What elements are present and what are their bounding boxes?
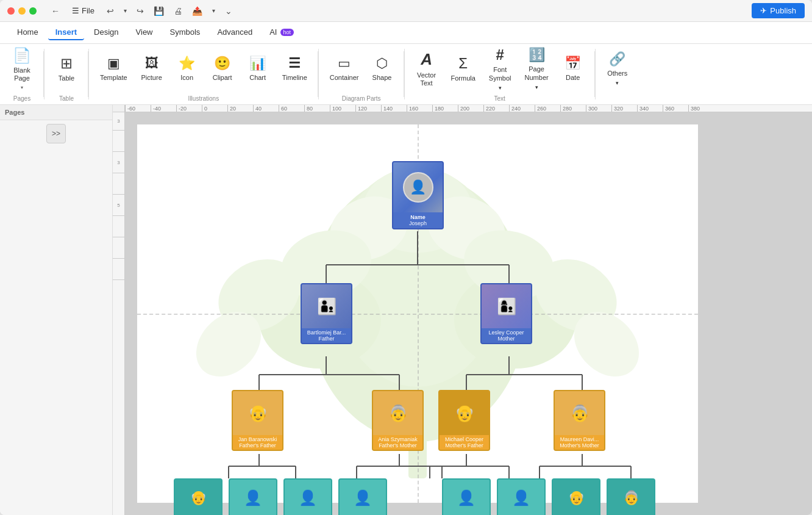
illustrations-section-label: Illustrations [89, 94, 318, 102]
ruler-tick: -60 [125, 105, 151, 112]
node-father[interactable]: 👨‍👦 Bartlomiej Bar... Father [301, 283, 352, 344]
ruler-tick: 140 [381, 105, 407, 112]
node-jozef[interactable]: 👴 Jozef Barano... Great Grandfa... [174, 478, 223, 515]
icon-label: Icon [180, 74, 193, 82]
undo-arrow-icon[interactable]: ▾ [121, 6, 129, 15]
template-button[interactable]: ▣ Template [94, 52, 134, 85]
node-joseph[interactable]: 👤 Name Joseph [392, 161, 444, 229]
panel-toggle-button[interactable]: >> [46, 124, 66, 143]
icon-button[interactable]: ⭐ Icon [170, 52, 204, 85]
ruler-tick: 40 [253, 105, 279, 112]
timeline-label: Timeline [282, 74, 307, 82]
export-arrow-icon[interactable]: ▾ [210, 6, 218, 15]
container-button[interactable]: ▭ Container [324, 52, 365, 85]
ruler-tick: -20 [176, 105, 202, 112]
save-icon[interactable]: 💾 [151, 5, 166, 17]
container-icon: ▭ [338, 56, 351, 71]
chart-label: Chart [249, 74, 266, 82]
picture-button[interactable]: 🖼 Picture [135, 52, 169, 85]
ruler-tick: 20 [227, 105, 253, 112]
ruler-tick: 200 [458, 105, 483, 112]
hamburger-icon: ☰ [72, 6, 79, 15]
toolbar-section-pages: 📄 BlankPage ▾ Pages [0, 44, 44, 104]
node-jan[interactable]: 👴 Jan Baranowski Father's Father [232, 390, 283, 451]
font-symbol-icon: # [496, 46, 504, 63]
node-elizabeth[interactable]: 👤 Elizabeth Coo... Mother's Pater... [497, 478, 546, 515]
ruler-tick: 360 [663, 105, 688, 112]
ruler-tick: 280 [560, 105, 586, 112]
back-icon[interactable]: ← [49, 5, 62, 17]
icon-icon: ⭐ [179, 56, 195, 71]
node-ania[interactable]: 👵 Ania Szymaniak Father's Mother [372, 390, 424, 451]
left-panel: Pages >> [0, 105, 113, 515]
menu-symbols[interactable]: Symbols [163, 25, 208, 40]
mother-name: Lesley Cooper [488, 330, 524, 336]
menu-ai[interactable]: AI hot [262, 25, 301, 40]
node-kaldep[interactable]: 👤 Kaldep Singh Mother's Pater... [442, 478, 491, 515]
shape-label: Shape [372, 74, 392, 82]
close-button[interactable] [7, 7, 15, 15]
blank-page-button[interactable]: 📄 BlankPage ▾ [5, 43, 39, 94]
page-number-button[interactable]: 🔢 PageNumber ▾ [519, 43, 555, 93]
node-michael[interactable]: 👴 Michael Cooper Mother's Father [438, 390, 490, 451]
formula-label: Formula [451, 74, 475, 82]
shape-button[interactable]: ⬡ Shape [365, 52, 399, 85]
others-button[interactable]: 🔗 Others ▾ [600, 48, 635, 90]
publish-button[interactable]: ✈ Publish [752, 3, 805, 18]
title-bar-actions: ✈ Publish [752, 3, 805, 18]
others-label: Others [607, 70, 627, 77]
vector-text-icon: A [421, 50, 432, 69]
node-eugenia[interactable]: 👤 Eugenia Adam... Father's Mater... [338, 478, 387, 515]
menu-view[interactable]: View [129, 25, 160, 40]
canvas-with-ruler: 3 3 5 [113, 112, 812, 515]
menu-design[interactable]: Design [87, 25, 126, 40]
file-menu-button[interactable]: ☰ File [67, 5, 99, 16]
template-label: Template [100, 74, 127, 82]
canvas-scroll[interactable]: 👤 Name Joseph [125, 112, 812, 515]
nav-controls: ← ☰ File ↩ ▾ ↪ 💾 🖨 📤 ▾ ⌄ [49, 5, 235, 17]
publish-icon: ✈ [760, 6, 767, 15]
node-maureen[interactable]: 👵 Maureen Davi... Mother's Mother [554, 390, 605, 451]
table-label: Table [59, 74, 74, 82]
father-name: Bartlomiej Bar... [307, 330, 346, 336]
print-icon[interactable]: 🖨 [171, 5, 185, 17]
node-regina[interactable]: 👤 Regina Wojcik Great grandm... [229, 478, 277, 515]
menu-home[interactable]: Home [10, 25, 46, 40]
font-symbol-button[interactable]: # FontSymbol ▾ [483, 43, 518, 94]
toolbar-section-illustrations: ▣ Template 🖼 Picture ⭐ Icon 🙂 Clipart 📊 … [89, 44, 318, 104]
export-icon[interactable]: 📤 [190, 5, 205, 17]
file-label: File [82, 6, 94, 15]
node-arthur[interactable]: 👴 Arthur Stewart Mother's Pater... [552, 478, 600, 515]
maximize-button[interactable] [29, 7, 37, 15]
chart-button[interactable]: 📊 Chart [241, 52, 275, 85]
vector-text-button[interactable]: A VectorText [410, 46, 444, 91]
table-button[interactable]: ⊞ Table [49, 51, 84, 86]
redo-icon[interactable]: ↪ [134, 5, 146, 17]
mother-role: Mother [497, 336, 515, 342]
timeline-button[interactable]: ☰ Timeline [276, 52, 313, 85]
ruler-vertical: 3 3 5 [113, 112, 125, 515]
blank-page-label: BlankPage [13, 67, 30, 82]
menu-advanced[interactable]: Advanced [210, 25, 260, 40]
text-section-label: Text [405, 94, 595, 102]
timeline-icon: ☰ [288, 56, 301, 71]
picture-label: Picture [141, 74, 162, 82]
date-button[interactable]: 📅 Date [556, 52, 590, 85]
font-symbol-label: FontSymbol [489, 66, 511, 82]
menu-insert[interactable]: Insert [48, 25, 84, 40]
clipart-button[interactable]: 🙂 Clipart [205, 52, 240, 85]
formula-button[interactable]: Σ Formula [445, 51, 482, 86]
node-helen[interactable]: 👵 Helen Stewart Mother's Pater... [607, 478, 655, 515]
minimize-button[interactable] [18, 7, 26, 15]
page-number-icon: 🔢 [529, 47, 545, 63]
undo-icon[interactable]: ↩ [104, 5, 116, 17]
node-stefan[interactable]: 👤 Stefan Syma... Father's Mater... [283, 478, 332, 515]
more-icon[interactable]: ⌄ [223, 5, 235, 17]
clipart-label: Clipart [213, 74, 232, 82]
shape-icon: ⬡ [376, 56, 388, 71]
ania-name: Ania Szymaniak [378, 436, 418, 442]
maureen-name: Maureen Davi... [560, 436, 599, 442]
node-mother[interactable]: 👩‍👦 Lesley Cooper Mother [480, 283, 532, 344]
ruler-tick: 80 [304, 105, 330, 112]
ruler-tick: 100 [330, 105, 355, 112]
